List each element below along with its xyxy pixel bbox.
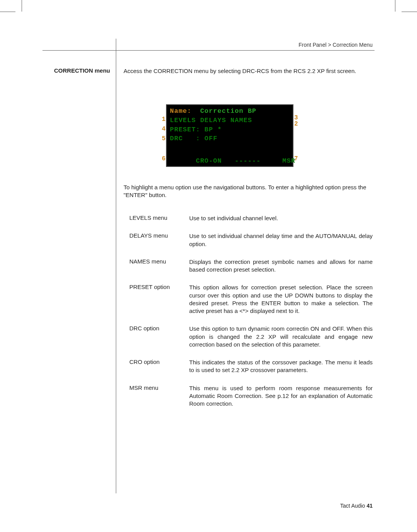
lcd-row-1: LEVELS DELAYS NAMES: [170, 116, 290, 125]
lcd-row4-left: CRO-ON: [196, 157, 222, 165]
page-number: 41: [366, 503, 373, 509]
def-row: DELAYS menuUse to set individual channel…: [129, 232, 373, 248]
def-desc: Use to set individual channel delay time…: [189, 232, 373, 248]
def-term: DELAYS menu: [129, 232, 189, 248]
lcd-row4-mid: ------: [235, 157, 261, 165]
lcd-title-label: Name:: [170, 107, 192, 115]
vertical-divider: [116, 39, 116, 493]
def-term: NAMES menu: [129, 258, 189, 274]
callout-1: 1: [162, 116, 166, 123]
lcd-row-2: PRESET: BP *: [170, 125, 290, 134]
lcd-title-value: Correction BP: [200, 107, 256, 115]
def-desc: This menu is used to perform room respon…: [189, 384, 373, 408]
def-term: CRO option: [129, 359, 189, 374]
def-desc: This option allows for correction preset…: [189, 284, 373, 315]
breadcrumb: Front Panel > Correction Menu: [298, 42, 373, 48]
def-term: MSR menu: [129, 384, 189, 408]
lcd-screenshot: Name: Correction BP LEVELS DELAYS NAMES …: [166, 104, 293, 167]
def-desc: This indicates the status of the corssov…: [189, 359, 373, 374]
callout-2: 2: [294, 121, 298, 127]
callout-5: 5: [162, 135, 166, 142]
instruction-paragraph: To highlight a menu option use the navig…: [124, 184, 373, 199]
intro-paragraph: Access the CORRECTION menu by selecting …: [124, 67, 373, 75]
lcd-row4-right: MSR: [282, 157, 295, 165]
footer-text: Tact Audio: [340, 503, 367, 509]
page-footer: Tact Audio 41: [340, 503, 373, 509]
def-term: LEVELS menu: [129, 214, 189, 222]
def-desc: Displays the correction preset symbolic …: [189, 258, 373, 274]
callout-7: 7: [294, 155, 298, 162]
callout-4: 4: [162, 126, 166, 133]
def-desc: Use this option to turn dynamic room cor…: [189, 325, 373, 348]
def-term: DRC option: [129, 325, 189, 348]
header-rule: [42, 50, 375, 51]
definitions-list: LEVELS menuUse to set individual channel…: [129, 214, 373, 408]
lcd-row-3: DRC : OFF: [170, 134, 290, 143]
def-row: CRO optionThis indicates the status of t…: [129, 359, 373, 374]
def-row: DRC optionUse this option to turn dynami…: [129, 325, 373, 348]
def-row: PRESET optionThis option allows for corr…: [129, 284, 373, 315]
def-row: LEVELS menuUse to set individual channel…: [129, 214, 373, 222]
section-heading: CORRECTION menu: [48, 67, 110, 74]
callout-6: 6: [162, 155, 166, 162]
def-desc: Use to set individual channel level.: [189, 214, 373, 222]
def-term: PRESET option: [129, 284, 189, 315]
def-row: MSR menuThis menu is used to perform roo…: [129, 384, 373, 408]
def-row: NAMES menuDisplays the correction preset…: [129, 258, 373, 274]
